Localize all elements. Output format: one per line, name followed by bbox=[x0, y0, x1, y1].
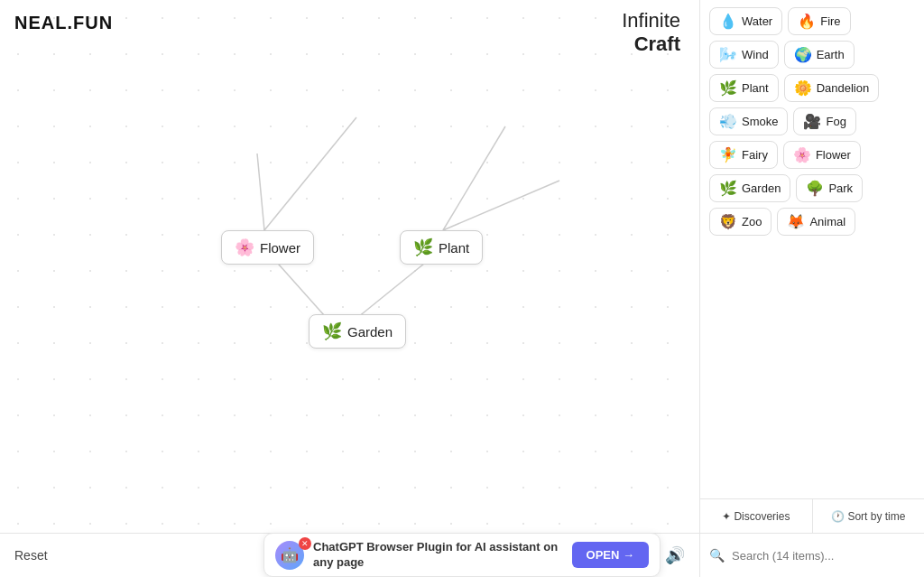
sidebar-item-smoke[interactable]: 💨Smoke bbox=[709, 107, 788, 135]
search-icon: 🔍 bbox=[709, 548, 725, 563]
sidebar-item-water[interactable]: 💧Water bbox=[709, 7, 782, 35]
zoo-sidebar-label: Zoo bbox=[742, 215, 762, 228]
brand-line1: Infinite bbox=[622, 9, 680, 33]
ad-close-button[interactable]: ✕ bbox=[299, 537, 311, 550]
canvas-area: 🌸Flower🌿Plant🌿Garden bbox=[0, 0, 699, 533]
flower-sidebar-label: Flower bbox=[816, 148, 851, 162]
park-sidebar-label: Park bbox=[828, 181, 853, 195]
fire-sidebar-label: Fire bbox=[820, 14, 840, 28]
sidebar-item-plant[interactable]: 🌿Plant bbox=[709, 74, 779, 102]
sidebar-toolbar: ✦ Discoveries 🕐 Sort by time bbox=[699, 498, 924, 533]
brand: Infinite Craft bbox=[622, 9, 680, 56]
animal-sidebar-label: Animal bbox=[809, 215, 845, 228]
brand-line2: Craft bbox=[622, 33, 680, 56]
ad-text: ChatGPT Browser Plugin for AI assistant … bbox=[313, 540, 563, 571]
ad-title: ChatGPT Browser Plugin for AI assistant … bbox=[313, 540, 558, 569]
reset-button[interactable]: Reset bbox=[14, 548, 48, 563]
sidebar-item-fire[interactable]: 🔥Fire bbox=[788, 7, 850, 35]
smoke-sidebar-label: Smoke bbox=[742, 115, 778, 128]
sidebar-item-fairy[interactable]: 🧚Fairy bbox=[709, 141, 778, 169]
flower-label: Flower bbox=[260, 240, 300, 256]
sidebar-item-fog[interactable]: 🎥Fog bbox=[793, 107, 855, 135]
park-sidebar-emoji: 🌳 bbox=[806, 180, 824, 197]
earth-sidebar-emoji: 🌍 bbox=[794, 46, 812, 63]
garden-sidebar-label: Garden bbox=[742, 181, 781, 195]
plant-label: Plant bbox=[439, 240, 469, 256]
fire-sidebar-emoji: 🔥 bbox=[798, 13, 816, 30]
ad-banner: 🤖 ✕ ChatGPT Browser Plugin for AI assist… bbox=[263, 533, 661, 577]
canvas-lines bbox=[0, 0, 699, 533]
fog-sidebar-label: Fog bbox=[826, 115, 845, 128]
node-plant[interactable]: 🌿Plant bbox=[400, 230, 483, 265]
smoke-sidebar-emoji: 💨 bbox=[719, 113, 737, 130]
discoveries-button[interactable]: ✦ Discoveries bbox=[700, 499, 813, 533]
divider bbox=[699, 533, 700, 577]
node-garden[interactable]: 🌿Garden bbox=[309, 314, 406, 349]
plant-sidebar-emoji: 🌿 bbox=[719, 79, 737, 97]
svg-line-3 bbox=[264, 117, 356, 230]
dandelion-sidebar-emoji: 🌼 bbox=[794, 79, 812, 97]
wind-sidebar-emoji: 🌬️ bbox=[719, 46, 737, 63]
svg-line-5 bbox=[443, 181, 559, 230]
plant-emoji: 🌿 bbox=[413, 237, 433, 257]
fairy-sidebar-emoji: 🧚 bbox=[719, 146, 737, 163]
sidebar-item-park[interactable]: 🌳Park bbox=[796, 174, 863, 202]
sidebar-item-zoo[interactable]: 🦁Zoo bbox=[709, 208, 772, 236]
ad-open-button[interactable]: OPEN → bbox=[572, 542, 649, 568]
search-input[interactable] bbox=[732, 549, 915, 563]
water-sidebar-label: Water bbox=[742, 14, 772, 28]
garden-sidebar-emoji: 🌿 bbox=[719, 180, 737, 197]
fog-sidebar-emoji: 🎥 bbox=[803, 113, 821, 130]
node-flower[interactable]: 🌸Flower bbox=[221, 230, 314, 265]
animal-sidebar-emoji: 🦊 bbox=[787, 213, 805, 230]
sort-button[interactable]: 🕐 Sort by time bbox=[813, 499, 925, 533]
sidebar-item-animal[interactable]: 🦊Animal bbox=[777, 208, 855, 236]
sidebar-item-earth[interactable]: 🌍Earth bbox=[784, 41, 855, 69]
earth-sidebar-label: Earth bbox=[817, 48, 845, 61]
sidebar-search-bar: 🔍 bbox=[699, 533, 924, 577]
sound-icon[interactable]: 🔊 bbox=[665, 545, 685, 565]
sidebar-item-wind[interactable]: 🌬️Wind bbox=[709, 41, 779, 69]
plant-sidebar-label: Plant bbox=[742, 81, 769, 95]
flower-sidebar-emoji: 🌸 bbox=[793, 146, 811, 163]
svg-line-2 bbox=[257, 154, 264, 230]
garden-label: Garden bbox=[347, 324, 393, 340]
fairy-sidebar-label: Fairy bbox=[742, 148, 768, 162]
svg-line-4 bbox=[443, 126, 505, 230]
elements-sidebar: 💧Water🔥Fire🌬️Wind🌍Earth🌿Plant🌼Dandelion💨… bbox=[699, 0, 924, 533]
sidebar-item-flower[interactable]: 🌸Flower bbox=[783, 141, 861, 169]
logo: NEAL.FUN bbox=[14, 13, 113, 33]
flower-emoji: 🌸 bbox=[235, 237, 254, 257]
wind-sidebar-label: Wind bbox=[742, 48, 769, 61]
sidebar-item-dandelion[interactable]: 🌼Dandelion bbox=[784, 74, 880, 102]
water-sidebar-emoji: 💧 bbox=[719, 13, 737, 30]
zoo-sidebar-emoji: 🦁 bbox=[719, 213, 737, 230]
sidebar-item-garden[interactable]: 🌿Garden bbox=[709, 174, 790, 202]
dandelion-sidebar-label: Dandelion bbox=[817, 81, 870, 95]
garden-emoji: 🌿 bbox=[322, 321, 342, 341]
